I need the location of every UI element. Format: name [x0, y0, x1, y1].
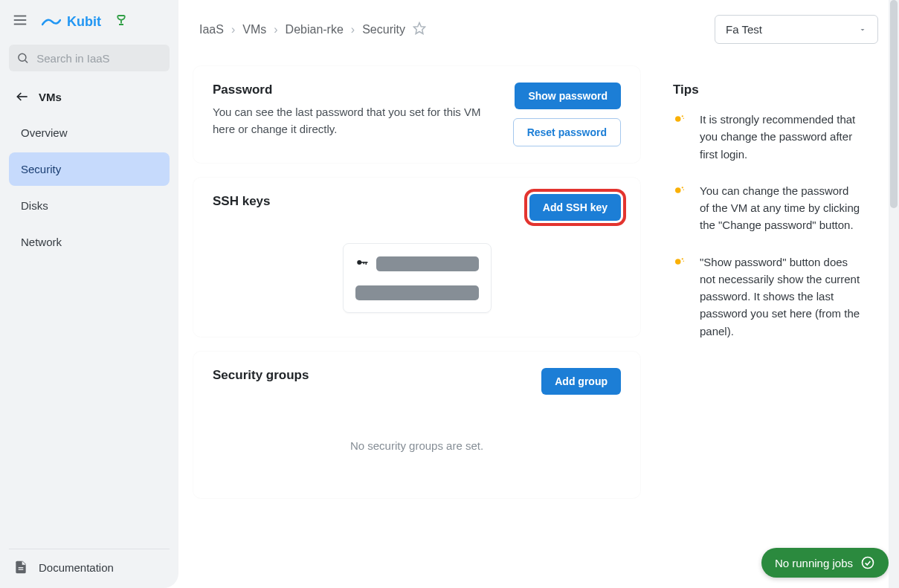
tips-card: Tips It is strongly recommended that you… — [655, 66, 878, 356]
svg-point-13 — [675, 116, 681, 122]
sidebar-item-security[interactable]: Security — [9, 152, 170, 186]
org-selected: Fa Test — [726, 23, 762, 36]
brand-logo[interactable]: Kubit — [42, 14, 101, 30]
svg-marker-8 — [413, 22, 425, 33]
search-input-wrap[interactable] — [9, 45, 170, 71]
key-icon — [355, 256, 369, 272]
password-desc: You can see the last password that you s… — [213, 103, 498, 138]
svg-point-19 — [675, 259, 681, 265]
brand-name: Kubit — [67, 14, 101, 30]
sidebar-item-disks[interactable]: Disks — [9, 189, 170, 222]
placeholder-bar — [376, 256, 479, 271]
svg-point-22 — [863, 558, 874, 569]
ssh-title: SSH keys — [213, 194, 271, 209]
scrollbar-thumb[interactable] — [890, 0, 898, 208]
svg-point-14 — [682, 115, 683, 117]
security-groups-card: Security groups Add group No security gr… — [193, 352, 640, 498]
password-title: Password — [213, 83, 498, 97]
breadcrumb-vm-name[interactable]: Debian-rke — [286, 23, 344, 36]
password-card: Password You can see the last password t… — [193, 66, 640, 163]
lightbulb-icon — [673, 112, 688, 163]
svg-rect-12 — [363, 262, 364, 264]
svg-point-15 — [683, 118, 685, 120]
add-group-button[interactable]: Add group — [541, 368, 621, 395]
svg-point-9 — [357, 260, 361, 265]
svg-rect-7 — [19, 569, 24, 570]
svg-point-3 — [19, 54, 26, 61]
document-icon — [13, 560, 28, 575]
show-password-button[interactable]: Show password — [515, 83, 621, 109]
chevron-right-icon: › — [231, 23, 235, 36]
search-input[interactable] — [36, 52, 162, 65]
ssh-empty-state — [213, 221, 621, 320]
security-groups-title: Security groups — [213, 368, 309, 383]
security-groups-empty: No security groups are set. — [213, 395, 621, 482]
star-icon[interactable] — [413, 22, 426, 38]
breadcrumb-current: Security — [362, 23, 405, 36]
svg-point-16 — [675, 187, 681, 193]
tip-item: It is strongly recommended that you chan… — [673, 111, 860, 163]
sidebar-item-network[interactable]: Network — [9, 225, 170, 259]
menu-icon[interactable] — [12, 12, 28, 31]
sidebar-item-overview[interactable]: Overview — [9, 116, 170, 149]
svg-point-21 — [683, 260, 685, 262]
placeholder-bar — [355, 285, 479, 300]
breadcrumb-iaas[interactable]: IaaS — [199, 23, 224, 36]
documentation-label: Documentation — [39, 561, 114, 574]
svg-rect-11 — [365, 262, 367, 265]
check-circle-icon — [860, 555, 875, 570]
svg-point-20 — [682, 258, 683, 259]
scrollbar[interactable] — [889, 0, 899, 588]
tip-item: You can change the password of the VM at… — [673, 182, 860, 234]
breadcrumb: IaaS › VMs › Debian-rke › Security — [199, 22, 426, 38]
org-selector[interactable]: Fa Test — [715, 15, 878, 44]
sidebar: Kubit VMs Overview Security Disks Networ… — [0, 0, 178, 588]
jobs-label: No running jobs — [775, 557, 853, 569]
chevron-right-icon: › — [351, 23, 355, 36]
tips-title: Tips — [673, 83, 860, 97]
svg-point-17 — [682, 187, 683, 188]
arrow-left-icon — [15, 89, 30, 104]
reset-password-button[interactable]: Reset password — [513, 118, 621, 146]
search-icon — [16, 51, 29, 65]
lightbulb-icon — [673, 255, 688, 340]
ssh-placeholder-card — [343, 243, 492, 313]
ssh-card: SSH keys Add SSH key — [193, 178, 640, 337]
sidebar-back-label: VMs — [39, 91, 62, 103]
jobs-status-pill[interactable]: No running jobs — [761, 548, 889, 578]
tip-text: It is strongly recommended that you chan… — [700, 111, 860, 163]
tip-text: "Show password" button does not necessar… — [700, 253, 860, 340]
lightbulb-icon — [673, 184, 688, 234]
svg-rect-6 — [19, 567, 24, 568]
chevron-right-icon: › — [274, 23, 277, 36]
documentation-link[interactable]: Documentation — [9, 549, 170, 588]
add-ssh-key-button[interactable]: Add SSH key — [529, 194, 621, 221]
sidebar-nav: Overview Security Disks Network — [0, 112, 178, 549]
tip-item: "Show password" button does not necessar… — [673, 253, 860, 340]
partner-logo-icon — [115, 13, 128, 30]
svg-line-4 — [25, 60, 28, 62]
tip-text: You can change the password of the VM at… — [700, 182, 860, 234]
breadcrumb-vms[interactable]: VMs — [242, 23, 266, 36]
sidebar-back[interactable]: VMs — [0, 82, 178, 112]
caret-down-icon — [858, 25, 867, 34]
svg-point-18 — [683, 189, 685, 190]
